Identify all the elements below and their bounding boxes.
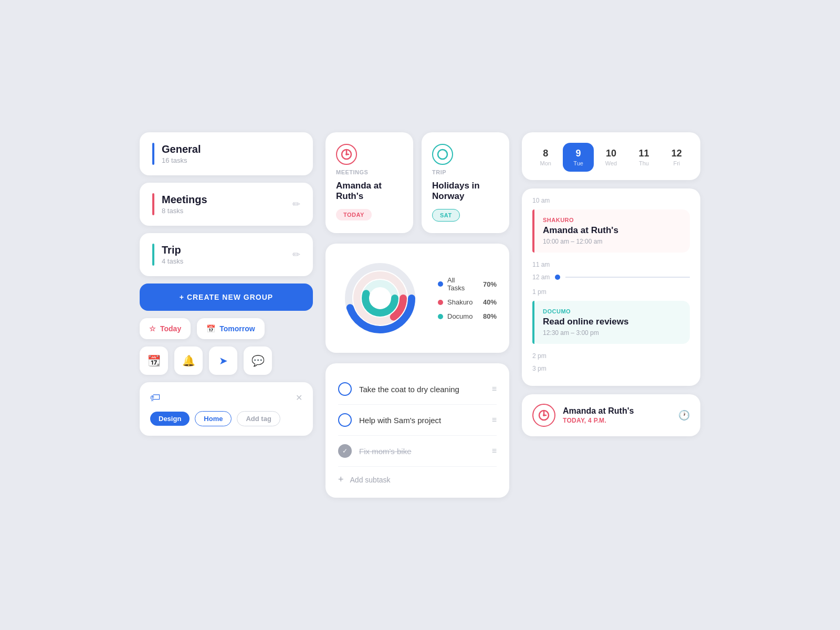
group-accent-meetings xyxy=(152,193,154,215)
tag-card-icon: 🏷 xyxy=(150,392,161,404)
upcoming-card[interactable]: Amanda at Ruth's TODAY, 4 P.M. 🕐 xyxy=(522,394,700,436)
message-icon[interactable]: 💬 xyxy=(244,346,272,375)
event1-title: Amanda at Ruth's xyxy=(543,225,681,236)
group-tasks-general: 16 tasks xyxy=(162,156,201,164)
reminder-icon[interactable]: 🔔 xyxy=(174,346,203,375)
trip-event-icon xyxy=(432,144,453,165)
cal-day-mon[interactable]: 8 Mon xyxy=(530,143,561,172)
cal-day-thu[interactable]: 11 Thu xyxy=(628,143,659,172)
task-menu-bike[interactable]: ≡ xyxy=(492,446,497,456)
today-label: Today xyxy=(160,324,181,333)
calendar-icon: 📅 xyxy=(206,324,215,333)
time-2pm: 2 pm xyxy=(532,352,690,360)
legend-shakuro: Shakuro 40% xyxy=(438,298,497,306)
group-name-trip: Trip xyxy=(162,244,183,256)
event-card-trip[interactable]: TRIP Holidays in Norway SAT xyxy=(422,132,509,233)
chart-legend: All Tasks 70% Shakuro 40% Documo 80% xyxy=(438,276,497,320)
icon-row: 📆 🔔 ➤ 💬 xyxy=(140,346,313,375)
create-new-group-button[interactable]: + CREATE NEW GROUP xyxy=(140,284,313,311)
group-accent-general xyxy=(152,143,154,165)
task-checkbox-sam[interactable] xyxy=(338,413,352,427)
group-name-meetings: Meetings xyxy=(162,194,207,206)
trip-event-type: TRIP xyxy=(432,169,499,175)
event1-bar xyxy=(532,209,534,253)
legend-dot-all-tasks xyxy=(438,281,443,287)
group-accent-trip xyxy=(152,244,154,266)
time-3pm: 3 pm xyxy=(532,365,690,372)
event2-title: Read online reviews xyxy=(543,317,681,327)
add-subtask-row[interactable]: + Add subtask xyxy=(338,467,497,487)
time-divider-dot xyxy=(555,275,560,280)
task-item-sam[interactable]: Help with Sam's project ≡ xyxy=(338,405,497,436)
svg-point-1 xyxy=(345,153,348,155)
forward-arrow-icon: ➤ xyxy=(219,354,228,367)
task-menu-coat[interactable]: ≡ xyxy=(492,384,497,394)
task-text-coat: Take the coat to dry cleaning xyxy=(359,385,485,394)
filter-tomorrow-button[interactable]: 📅 Tomorrow xyxy=(197,318,264,339)
chat-icon: 💬 xyxy=(251,354,265,367)
cal-day-wed[interactable]: 10 Wed xyxy=(596,143,626,172)
calendar-filter-icon[interactable]: 📆 xyxy=(140,346,168,375)
group-tasks-trip: 4 tasks xyxy=(162,257,183,265)
group-card-meetings[interactable]: Meetings 8 tasks ✏ xyxy=(140,183,313,226)
event2-bar xyxy=(532,301,534,344)
filter-today-button[interactable]: ☆ Today xyxy=(140,318,191,339)
tag-add[interactable]: Add tag xyxy=(237,411,280,426)
task-text-sam: Help with Sam's project xyxy=(359,416,485,425)
time-12am-label: 12 am xyxy=(532,274,550,281)
event2-time: 12:30 am – 3:00 pm xyxy=(543,329,681,337)
tag-home[interactable]: Home xyxy=(195,411,232,426)
forward-icon[interactable]: ➤ xyxy=(209,346,237,375)
cal-day-fri[interactable]: 12 Fri xyxy=(662,143,692,172)
cal-day-tue[interactable]: 9 Tue xyxy=(563,143,593,172)
event-row: MEETINGS Amanda at Ruth's TODAY TRIP Ho xyxy=(326,132,509,233)
task-item-coat[interactable]: Take the coat to dry cleaning ≡ xyxy=(338,374,497,405)
add-plus-icon: + xyxy=(338,474,344,485)
meetings-event-badge: TODAY xyxy=(336,209,372,220)
upcoming-clock-icon: 🕐 xyxy=(678,410,690,421)
middle-column: MEETINGS Amanda at Ruth's TODAY TRIP Ho xyxy=(326,132,509,498)
time-1pm: 1 pm xyxy=(532,288,690,296)
app-container: General 16 tasks Meetings 8 tasks ✏ xyxy=(0,0,840,630)
tag-card: 🏷 ✕ Design Home Add tag xyxy=(140,382,313,436)
star-icon: ☆ xyxy=(149,324,156,333)
sched-event-documo[interactable]: DOCUMO Read online reviews 12:30 am – 3:… xyxy=(532,301,690,344)
task-menu-sam[interactable]: ≡ xyxy=(492,415,497,425)
task-checkbox-bike[interactable]: ✓ xyxy=(338,444,352,458)
group-card-general[interactable]: General 16 tasks xyxy=(140,132,313,175)
edit-meetings-icon[interactable]: ✏ xyxy=(292,198,300,210)
task-item-bike[interactable]: ✓ Fix mom's bike ≡ xyxy=(338,436,497,467)
group-name-general: General xyxy=(162,143,201,155)
tag-design[interactable]: Design xyxy=(150,412,190,426)
edit-trip-icon[interactable]: ✏ xyxy=(292,249,300,260)
task-checkbox-coat[interactable] xyxy=(338,382,352,396)
time-divider-line xyxy=(565,277,690,278)
time-11am: 11 am xyxy=(532,261,690,268)
upcoming-time: TODAY, 4 P.M. xyxy=(563,417,671,424)
legend-documo: Documo 80% xyxy=(438,312,497,320)
sched-event-amanda[interactable]: SHAKURO Amanda at Ruth's 10:00 am – 12:0… xyxy=(532,209,690,253)
task-text-bike: Fix mom's bike xyxy=(359,447,485,456)
donut-chart xyxy=(338,256,422,340)
left-column: General 16 tasks Meetings 8 tasks ✏ xyxy=(140,132,313,436)
bell-icon: 🔔 xyxy=(182,354,195,367)
calendar-card: 8 Mon 9 Tue 10 Wed 11 Thu xyxy=(522,132,700,180)
event2-source: DOCUMO xyxy=(543,308,681,314)
close-tag-card-button[interactable]: ✕ xyxy=(296,393,302,403)
add-subtask-label: Add subtask xyxy=(350,476,391,484)
upcoming-event-icon xyxy=(532,404,555,427)
calendar-days: 8 Mon 9 Tue 10 Wed 11 Thu xyxy=(530,143,692,172)
event1-time: 10:00 am – 12:00 am xyxy=(543,238,681,245)
group-tasks-meetings: 8 tasks xyxy=(162,207,207,215)
legend-dot-shakuro xyxy=(438,300,443,305)
filter-row: ☆ Today 📅 Tomorrow xyxy=(140,318,313,339)
event-card-meetings[interactable]: MEETINGS Amanda at Ruth's TODAY xyxy=(326,132,413,233)
tasks-card: Take the coat to dry cleaning ≡ Help wit… xyxy=(326,363,509,498)
group-card-trip[interactable]: Trip 4 tasks ✏ xyxy=(140,233,313,276)
right-column: 8 Mon 9 Tue 10 Wed 11 Thu xyxy=(522,132,700,436)
calendar-check-icon: 📆 xyxy=(148,354,161,367)
time-divider-12am: 12 am xyxy=(532,274,690,281)
meetings-event-icon xyxy=(336,144,357,165)
event1-source: SHAKURO xyxy=(543,217,681,223)
main-layout: General 16 tasks Meetings 8 tasks ✏ xyxy=(119,111,721,519)
